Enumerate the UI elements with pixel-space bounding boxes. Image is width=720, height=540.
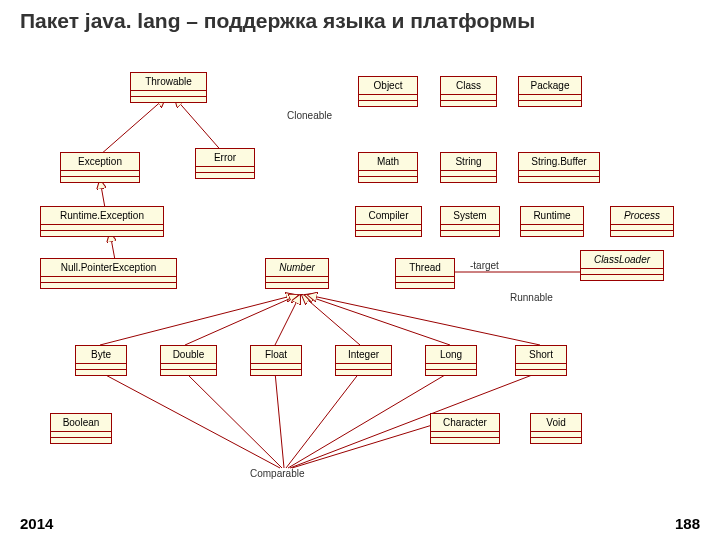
class-name: Thread (396, 259, 454, 277)
class-stringbuffer: String.Buffer (518, 152, 600, 183)
class-name: Error (196, 149, 254, 167)
svg-line-9 (305, 295, 450, 345)
class-character: Character (430, 413, 500, 444)
class-system: System (440, 206, 500, 237)
svg-line-11 (100, 372, 280, 468)
class-name: System (441, 207, 499, 225)
svg-line-16 (290, 372, 540, 468)
class-name: Void (531, 414, 581, 432)
svg-line-0 (100, 98, 165, 155)
class-double: Double (160, 345, 217, 376)
class-name: String.Buffer (519, 153, 599, 171)
class-exception: Exception (60, 152, 140, 183)
class-error: Error (195, 148, 255, 179)
interface-cloneable-label: Cloneable (287, 110, 332, 121)
target-label: -target (470, 260, 499, 271)
svg-line-10 (308, 295, 540, 345)
class-name: Package (519, 77, 581, 95)
class-nullpointerexception: Null.PointerException (40, 258, 177, 289)
svg-line-1 (175, 98, 225, 155)
class-short: Short (515, 345, 567, 376)
class-name: Runtime (521, 207, 583, 225)
class-name: Double (161, 346, 216, 364)
class-name: Long (426, 346, 476, 364)
svg-line-3 (110, 233, 115, 260)
class-string: String (440, 152, 497, 183)
class-runtime: Runtime (520, 206, 584, 237)
class-name: Float (251, 346, 301, 364)
class-number: Number (265, 258, 329, 289)
class-class: Class (440, 76, 497, 107)
class-runtimeexception: Runtime.Exception (40, 206, 164, 237)
class-byte: Byte (75, 345, 127, 376)
class-name: Byte (76, 346, 126, 364)
class-thread: Thread (395, 258, 455, 289)
footer-page: 188 (675, 515, 700, 532)
class-name: Boolean (51, 414, 111, 432)
class-throwable: Throwable (130, 72, 207, 103)
class-process: Process (610, 206, 674, 237)
svg-line-6 (185, 295, 298, 345)
class-name: Runtime.Exception (41, 207, 163, 225)
class-object: Object (358, 76, 418, 107)
interface-runnable-label: Runnable (510, 292, 553, 303)
svg-line-15 (288, 372, 450, 468)
class-classloader: ClassLoader (580, 250, 664, 281)
class-name: Throwable (131, 73, 206, 91)
class-name: String (441, 153, 496, 171)
class-name: Short (516, 346, 566, 364)
class-boolean: Boolean (50, 413, 112, 444)
class-float: Float (250, 345, 302, 376)
svg-line-12 (185, 372, 282, 468)
class-package: Package (518, 76, 582, 107)
class-name: ClassLoader (581, 251, 663, 269)
class-name: Object (359, 77, 417, 95)
class-integer: Integer (335, 345, 392, 376)
interface-comparable-label: Comparable (250, 468, 304, 479)
svg-line-13 (275, 372, 284, 468)
svg-line-8 (302, 295, 360, 345)
class-name: Exception (61, 153, 139, 171)
class-name: Process (611, 207, 673, 225)
class-name: Math (359, 153, 417, 171)
class-compiler: Compiler (355, 206, 422, 237)
class-long: Long (425, 345, 477, 376)
class-name: Character (431, 414, 499, 432)
page-title: Пакет java. lang – поддержка языка и пла… (20, 8, 535, 33)
class-name: Number (266, 259, 328, 277)
svg-line-2 (100, 180, 105, 208)
class-math: Math (358, 152, 418, 183)
class-name: Integer (336, 346, 391, 364)
class-name: Class (441, 77, 496, 95)
footer-year: 2014 (20, 515, 53, 532)
class-name: Null.PointerException (41, 259, 176, 277)
svg-line-14 (286, 372, 360, 468)
svg-line-5 (100, 295, 295, 345)
svg-line-7 (275, 295, 300, 345)
class-void: Void (530, 413, 582, 444)
class-name: Compiler (356, 207, 421, 225)
